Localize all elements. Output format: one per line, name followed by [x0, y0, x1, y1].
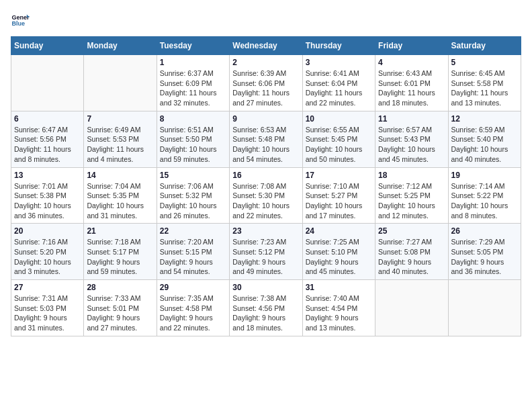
calendar-cell: 4Sunrise: 6:43 AM Sunset: 6:01 PM Daylig…: [375, 55, 448, 111]
day-number: 29: [160, 283, 226, 292]
calendar-cell: 2Sunrise: 6:39 AM Sunset: 6:06 PM Daylig…: [230, 55, 302, 111]
day-info: Sunrise: 7:14 AM Sunset: 5:22 PM Dayligh…: [451, 181, 518, 221]
day-info: Sunrise: 6:53 AM Sunset: 5:48 PM Dayligh…: [232, 125, 299, 165]
calendar-week-2: 6Sunrise: 6:47 AM Sunset: 5:56 PM Daylig…: [11, 111, 521, 167]
calendar-cell: 17Sunrise: 7:10 AM Sunset: 5:27 PM Dayli…: [302, 167, 375, 224]
calendar-cell: 30Sunrise: 7:38 AM Sunset: 4:56 PM Dayli…: [230, 280, 302, 336]
calendar-week-4: 20Sunrise: 7:16 AM Sunset: 5:20 PM Dayli…: [11, 224, 521, 280]
day-number: 2: [232, 58, 299, 67]
day-number: 8: [160, 114, 226, 124]
calendar-table: SundayMondayTuesdayWednesdayThursdayFrid…: [11, 36, 521, 336]
day-info: Sunrise: 7:04 AM Sunset: 5:35 PM Dayligh…: [87, 181, 153, 221]
calendar-cell: 15Sunrise: 7:06 AM Sunset: 5:32 PM Dayli…: [157, 167, 229, 224]
day-info: Sunrise: 7:38 AM Sunset: 4:56 PM Dayligh…: [232, 293, 299, 333]
day-number: 3: [306, 58, 372, 67]
calendar-cell: 26Sunrise: 7:29 AM Sunset: 5:05 PM Dayli…: [448, 224, 521, 280]
day-info: Sunrise: 7:27 AM Sunset: 5:08 PM Dayligh…: [378, 237, 445, 277]
day-header-saturday: Saturday: [448, 37, 521, 55]
calendar-cell: 9Sunrise: 6:53 AM Sunset: 5:48 PM Daylig…: [230, 111, 302, 167]
day-info: Sunrise: 6:45 AM Sunset: 5:58 PM Dayligh…: [451, 68, 518, 108]
calendar-week-1: 1Sunrise: 6:37 AM Sunset: 6:09 PM Daylig…: [11, 55, 521, 111]
day-header-thursday: Thursday: [302, 37, 375, 55]
calendar-cell: 19Sunrise: 7:14 AM Sunset: 5:22 PM Dayli…: [448, 167, 521, 224]
day-info: Sunrise: 6:37 AM Sunset: 6:09 PM Dayligh…: [160, 68, 226, 108]
calendar-cell: 18Sunrise: 7:12 AM Sunset: 5:25 PM Dayli…: [375, 167, 448, 224]
day-number: 13: [14, 171, 81, 180]
calendar-week-5: 27Sunrise: 7:31 AM Sunset: 5:03 PM Dayli…: [11, 280, 521, 336]
day-info: Sunrise: 7:12 AM Sunset: 5:25 PM Dayligh…: [378, 181, 445, 221]
calendar-cell: 13Sunrise: 7:01 AM Sunset: 5:38 PM Dayli…: [11, 167, 84, 224]
calendar-cell: 11Sunrise: 6:57 AM Sunset: 5:43 PM Dayli…: [375, 111, 448, 167]
day-number: 1: [160, 58, 226, 67]
day-number: 12: [451, 114, 518, 124]
calendar-cell: [11, 55, 84, 111]
calendar-cell: [375, 280, 448, 336]
day-info: Sunrise: 6:39 AM Sunset: 6:06 PM Dayligh…: [232, 68, 299, 108]
day-number: 24: [306, 226, 372, 236]
day-number: 26: [451, 226, 518, 236]
day-number: 20: [14, 226, 81, 236]
day-info: Sunrise: 6:59 AM Sunset: 5:40 PM Dayligh…: [451, 125, 518, 165]
day-info: Sunrise: 7:08 AM Sunset: 5:30 PM Dayligh…: [232, 181, 299, 221]
calendar-cell: 16Sunrise: 7:08 AM Sunset: 5:30 PM Dayli…: [230, 167, 302, 224]
day-info: Sunrise: 7:10 AM Sunset: 5:27 PM Dayligh…: [306, 181, 372, 221]
day-info: Sunrise: 6:47 AM Sunset: 5:56 PM Dayligh…: [14, 125, 81, 165]
calendar-cell: 14Sunrise: 7:04 AM Sunset: 5:35 PM Dayli…: [84, 167, 157, 224]
day-info: Sunrise: 7:23 AM Sunset: 5:12 PM Dayligh…: [232, 237, 299, 277]
day-info: Sunrise: 6:41 AM Sunset: 6:04 PM Dayligh…: [306, 68, 372, 108]
day-info: Sunrise: 7:18 AM Sunset: 5:17 PM Dayligh…: [87, 237, 153, 277]
header: General Blue: [11, 11, 521, 30]
calendar-cell: 6Sunrise: 6:47 AM Sunset: 5:56 PM Daylig…: [11, 111, 84, 167]
calendar-cell: 21Sunrise: 7:18 AM Sunset: 5:17 PM Dayli…: [84, 224, 157, 280]
day-header-friday: Friday: [375, 37, 448, 55]
day-info: Sunrise: 6:55 AM Sunset: 5:45 PM Dayligh…: [306, 125, 372, 165]
calendar-cell: [84, 55, 157, 111]
day-number: 25: [378, 226, 445, 236]
day-info: Sunrise: 7:25 AM Sunset: 5:10 PM Dayligh…: [306, 237, 372, 277]
day-info: Sunrise: 7:29 AM Sunset: 5:05 PM Dayligh…: [451, 237, 518, 277]
day-number: 17: [306, 171, 372, 180]
calendar-cell: 20Sunrise: 7:16 AM Sunset: 5:20 PM Dayli…: [11, 224, 84, 280]
day-info: Sunrise: 6:43 AM Sunset: 6:01 PM Dayligh…: [378, 68, 445, 108]
calendar-cell: 31Sunrise: 7:40 AM Sunset: 4:54 PM Dayli…: [302, 280, 375, 336]
day-info: Sunrise: 6:49 AM Sunset: 5:53 PM Dayligh…: [87, 125, 153, 165]
day-number: 4: [378, 58, 445, 67]
day-number: 22: [160, 226, 226, 236]
day-info: Sunrise: 7:35 AM Sunset: 4:58 PM Dayligh…: [160, 293, 226, 333]
day-number: 18: [378, 171, 445, 180]
calendar-cell: 24Sunrise: 7:25 AM Sunset: 5:10 PM Dayli…: [302, 224, 375, 280]
calendar-cell: [448, 280, 521, 336]
calendar-cell: 22Sunrise: 7:20 AM Sunset: 5:15 PM Dayli…: [157, 224, 229, 280]
day-number: 23: [232, 226, 299, 236]
day-number: 30: [232, 283, 299, 292]
day-number: 7: [87, 114, 153, 124]
day-info: Sunrise: 7:16 AM Sunset: 5:20 PM Dayligh…: [14, 237, 81, 277]
day-number: 19: [451, 171, 518, 180]
calendar-cell: 29Sunrise: 7:35 AM Sunset: 4:58 PM Dayli…: [157, 280, 229, 336]
day-number: 28: [87, 283, 153, 292]
calendar-cell: 5Sunrise: 6:45 AM Sunset: 5:58 PM Daylig…: [448, 55, 521, 111]
day-number: 9: [232, 114, 299, 124]
calendar-cell: 25Sunrise: 7:27 AM Sunset: 5:08 PM Dayli…: [375, 224, 448, 280]
day-info: Sunrise: 7:31 AM Sunset: 5:03 PM Dayligh…: [14, 293, 81, 333]
calendar-cell: 8Sunrise: 6:51 AM Sunset: 5:50 PM Daylig…: [157, 111, 229, 167]
day-number: 31: [306, 283, 372, 292]
day-info: Sunrise: 6:51 AM Sunset: 5:50 PM Dayligh…: [160, 125, 226, 165]
day-number: 21: [87, 226, 153, 236]
day-info: Sunrise: 7:33 AM Sunset: 5:01 PM Dayligh…: [87, 293, 153, 333]
logo-icon: General Blue: [11, 11, 30, 30]
calendar-cell: 10Sunrise: 6:55 AM Sunset: 5:45 PM Dayli…: [302, 111, 375, 167]
page: General Blue SundayMondayTuesdayWednesda…: [0, 0, 532, 411]
day-info: Sunrise: 7:40 AM Sunset: 4:54 PM Dayligh…: [306, 293, 372, 333]
logo: General Blue: [11, 11, 34, 30]
day-number: 16: [232, 171, 299, 180]
day-header-wednesday: Wednesday: [230, 37, 302, 55]
day-number: 15: [160, 171, 226, 180]
calendar-week-3: 13Sunrise: 7:01 AM Sunset: 5:38 PM Dayli…: [11, 167, 521, 224]
calendar-cell: 7Sunrise: 6:49 AM Sunset: 5:53 PM Daylig…: [84, 111, 157, 167]
day-info: Sunrise: 6:57 AM Sunset: 5:43 PM Dayligh…: [378, 125, 445, 165]
day-info: Sunrise: 7:20 AM Sunset: 5:15 PM Dayligh…: [160, 237, 226, 277]
calendar-header-row: SundayMondayTuesdayWednesdayThursdayFrid…: [11, 37, 521, 55]
day-number: 5: [451, 58, 518, 67]
day-number: 11: [378, 114, 445, 124]
